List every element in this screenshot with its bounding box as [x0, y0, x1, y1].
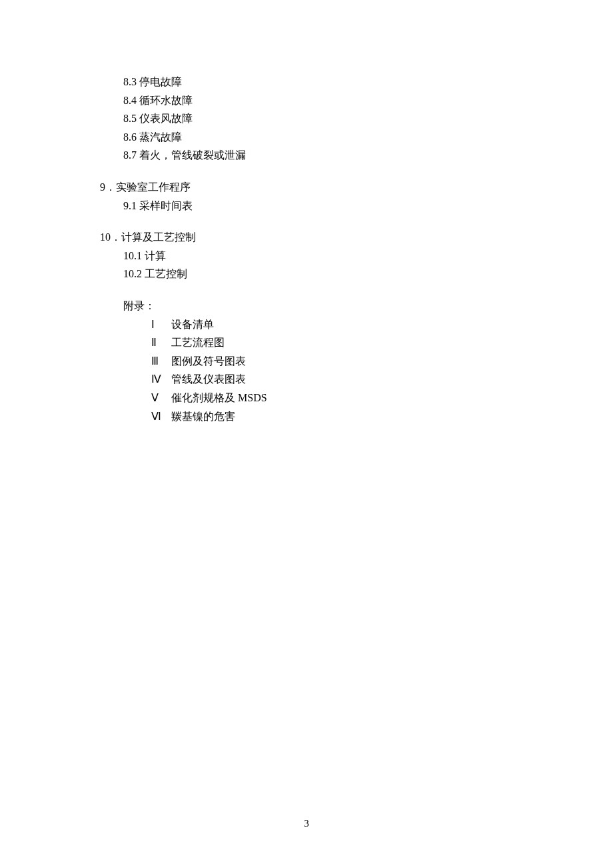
section-10: 10．计算及工艺控制 10.1 计算 10.2 工艺控制	[100, 229, 613, 283]
item-number: 8.3	[123, 76, 137, 87]
appendix-label: 设备清单	[171, 319, 214, 330]
roman-numeral: Ⅰ	[151, 316, 169, 333]
item-number: 9.1	[123, 200, 137, 211]
item-label: 循环水故障	[139, 95, 193, 106]
roman-numeral: Ⅳ	[151, 371, 169, 388]
toc-item: 8.4 循环水故障	[123, 92, 613, 109]
appendix-item: Ⅴ 催化剂规格及 MSDS	[151, 389, 613, 407]
section-header: 10．计算及工艺控制	[100, 229, 613, 246]
toc-item: 9.1 采样时间表	[123, 197, 613, 215]
appendix-item: Ⅲ 图例及符号图表	[151, 353, 613, 370]
item-label: 仪表风故障	[139, 113, 193, 124]
item-number: 8.4	[123, 95, 137, 106]
appendix-label: 羰基镍的危害	[171, 411, 235, 422]
appendix-item: Ⅰ 设备清单	[151, 316, 613, 333]
section-10-items: 10.1 计算 10.2 工艺控制	[123, 247, 613, 283]
section-9: 9．实验室工作程序 9.1 采样时间表	[100, 179, 613, 214]
appendix-label: 工艺流程图	[171, 337, 225, 348]
toc-item: 8.3 停电故障	[123, 73, 613, 91]
item-label: 着火，管线破裂或泄漏	[139, 149, 246, 161]
roman-numeral: Ⅴ	[151, 389, 169, 407]
item-label: 计算	[145, 250, 166, 261]
item-label: 采样时间表	[139, 200, 193, 211]
appendix-item: Ⅳ 管线及仪表图表	[151, 371, 613, 388]
item-label: 工艺控制	[145, 268, 187, 279]
appendix-item: Ⅱ 工艺流程图	[151, 334, 613, 351]
appendix-label: 催化剂规格及 MSDS	[171, 392, 267, 403]
item-label: 蒸汽故障	[139, 131, 182, 143]
toc-item: 8.5 仪表风故障	[123, 110, 613, 127]
item-number: 8.5	[123, 113, 137, 124]
roman-numeral: Ⅲ	[151, 353, 169, 370]
appendix-label: 管线及仪表图表	[171, 373, 246, 385]
appendix-items: Ⅰ 设备清单 Ⅱ 工艺流程图 Ⅲ 图例及符号图表 Ⅳ 管线及仪表图表 Ⅴ 催化剂…	[151, 316, 613, 425]
section-8-items: 8.3 停电故障 8.4 循环水故障 8.5 仪表风故障 8.6 蒸汽故障 8.…	[123, 73, 613, 164]
item-number: 10.1	[123, 250, 142, 261]
section-9-items: 9.1 采样时间表	[123, 197, 613, 215]
item-number: 8.7	[123, 149, 137, 161]
item-number: 10.2	[123, 268, 142, 279]
appendix-item: Ⅵ 羰基镍的危害	[151, 408, 613, 425]
appendix-label: 图例及符号图表	[171, 355, 246, 367]
page-number: 3	[0, 815, 613, 831]
toc-item: 8.6 蒸汽故障	[123, 129, 613, 146]
toc-item: 10.2 工艺控制	[123, 265, 613, 283]
toc-item: 10.1 计算	[123, 247, 613, 265]
toc-item: 8.7 着火，管线破裂或泄漏	[123, 147, 613, 164]
item-number: 8.6	[123, 131, 137, 143]
appendix-section: 附录： Ⅰ 设备清单 Ⅱ 工艺流程图 Ⅲ 图例及符号图表 Ⅳ 管线及仪表图表 Ⅴ…	[123, 297, 613, 425]
roman-numeral: Ⅱ	[151, 334, 169, 351]
section-header: 9．实验室工作程序	[100, 179, 613, 196]
appendix-header: 附录：	[123, 297, 613, 315]
roman-numeral: Ⅵ	[151, 408, 169, 425]
item-label: 停电故障	[139, 76, 182, 87]
